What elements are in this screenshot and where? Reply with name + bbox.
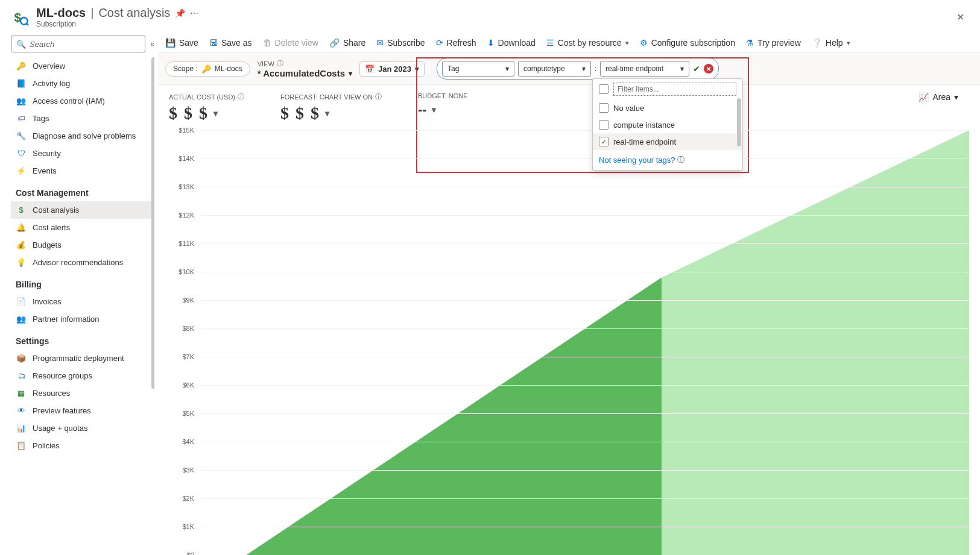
people-icon: 👥: [16, 315, 27, 324]
subscribe-button[interactable]: ✉Subscribe: [376, 38, 425, 48]
sidebar-item-cost-alerts[interactable]: 🔔Cost alerts: [11, 219, 152, 236]
chevron-down-icon: ▾: [582, 64, 586, 73]
save-button[interactable]: 💾Save: [165, 38, 198, 48]
info-icon: ⓘ: [238, 92, 244, 101]
gridline: [200, 527, 969, 527]
tag-key-dropdown[interactable]: computetype▾: [518, 61, 591, 77]
chevron-down-icon: ▾: [432, 105, 436, 114]
sidebar-item-activity-log[interactable]: 📘Activity log: [11, 75, 152, 92]
gridline: [200, 385, 969, 386]
sidebar-item-partner-information[interactable]: 👥Partner information: [11, 310, 152, 328]
cost-analysis-logo-icon: $: [11, 8, 30, 27]
remove-filter-icon[interactable]: ✕: [704, 64, 713, 74]
configure-subscription-button[interactable]: ⚙Configure subscription: [640, 38, 735, 48]
section-settings: Settings: [11, 328, 152, 350]
gridline: [200, 442, 969, 442]
sidebar-item-label: Resource groups: [33, 371, 92, 380]
sidebar-item-programmatic-deployment[interactable]: 📦Programmatic deployment: [11, 350, 152, 367]
chevron-down-icon: ▾: [847, 39, 850, 47]
date-range-picker[interactable]: 📅 Jan 2023 ▾: [359, 61, 425, 77]
policy-icon: 📋: [16, 441, 27, 450]
tag-filter-input[interactable]: [613, 83, 736, 96]
sidebar-item-events[interactable]: ⚡Events: [11, 162, 152, 180]
cost-chart: $0$1K$2K$3K$4K$5K$6K$7K$8K$9K$10K$11K$12…: [169, 130, 969, 555]
gridline: [200, 272, 969, 272]
tag-option-no-value[interactable]: No value: [593, 99, 742, 116]
area-chart-icon: 📈: [918, 92, 929, 102]
gridline: [200, 215, 969, 216]
chart-type-toggle[interactable]: 📈 Area ▾: [918, 92, 969, 102]
checkbox[interactable]: ✓: [599, 137, 609, 146]
help-button[interactable]: ❔Help▾: [812, 38, 850, 48]
tag-value-dropdown-panel: No valuecompute instance✓real-time endpo…: [592, 78, 743, 171]
bolt-icon: ⚡: [16, 166, 27, 175]
preview-icon: 👁: [16, 406, 27, 415]
cost-by-resource-button[interactable]: ☰Cost by resource▾: [546, 38, 629, 48]
sidebar-item-budgets[interactable]: 💰Budgets: [11, 236, 152, 254]
tag-option-compute-instance[interactable]: compute instance: [593, 116, 742, 133]
chevron-down-icon: ▾: [505, 64, 509, 73]
sidebar-item-advisor-recommendations[interactable]: 💡Advisor recommendations: [11, 254, 152, 271]
pin-icon[interactable]: 📌: [175, 8, 185, 18]
header-subtitle: Subscription: [36, 20, 946, 28]
view-selector[interactable]: VIEWⓘ * AccumulatedCosts▾: [258, 59, 352, 78]
kpi-budget[interactable]: BUDGET: NONE --▾: [418, 92, 468, 118]
advisor-icon: 💡: [16, 258, 27, 267]
sidebar-scrollbar[interactable]: [151, 57, 154, 389]
sidebar-item-usage-quotas[interactable]: 📊Usage + quotas: [11, 419, 152, 437]
refresh-button[interactable]: ⟳Refresh: [436, 38, 476, 48]
save-icon: 💾: [165, 38, 175, 48]
chevron-down-icon: ▾: [680, 64, 684, 73]
sidebar-item-cost-analysis[interactable]: $Cost analysis: [11, 201, 152, 219]
sidebar-item-preview-features[interactable]: 👁Preview features: [11, 402, 152, 419]
dropdown-scrollbar[interactable]: [737, 98, 741, 146]
flask-icon: ⚗: [746, 38, 754, 48]
tag-option-real-time-endpoint[interactable]: ✓real-time endpoint: [593, 133, 742, 150]
sidebar-search-input[interactable]: [30, 40, 140, 49]
download-button[interactable]: ⬇Download: [487, 38, 536, 48]
chevron-down-icon: ▾: [954, 92, 958, 102]
main-content: 💾Save 🖫Save as 🗑Delete view 🔗Share ✉Subs…: [158, 33, 980, 555]
sidebar-item-label: Resources: [33, 389, 70, 398]
sidebar-item-invoices[interactable]: 📄Invoices: [11, 293, 152, 310]
y-axis-tick: $5K: [169, 410, 194, 417]
confirm-filter-icon[interactable]: ✔: [693, 64, 700, 74]
sidebar-item-access-control-iam-[interactable]: 👥Access control (IAM): [11, 92, 152, 110]
header-page: Cost analysis: [98, 6, 170, 20]
checkbox[interactable]: [599, 103, 609, 113]
sidebar-item-resource-groups[interactable]: 🗂Resource groups: [11, 367, 152, 384]
option-label: real-time endpoint: [613, 137, 676, 146]
sidebar-item-label: Advisor recommendations: [33, 258, 123, 267]
kpi-row: ACTUAL COST (USD)ⓘ $ $ $▾ FORECAST: CHAR…: [158, 85, 980, 130]
sidebar-item-diagnose-and-solve-problems[interactable]: 🔧Diagnose and solve problems: [11, 127, 152, 145]
gear-icon: ⚙: [640, 38, 648, 48]
more-icon[interactable]: ⋯: [190, 8, 198, 18]
actual-area: [247, 277, 662, 555]
select-all-checkbox[interactable]: [599, 84, 609, 94]
list-icon: ☰: [546, 38, 554, 48]
sidebar-item-security[interactable]: 🛡Security: [11, 145, 152, 162]
share-button[interactable]: 🔗Share: [329, 38, 365, 48]
sidebar-search[interactable]: 🔍: [11, 36, 145, 52]
tag-value-dropdown[interactable]: real-time endpoint▾: [600, 61, 689, 77]
scope-pill[interactable]: Scope : 🔑 ML-docs: [165, 61, 250, 77]
chevron-down-icon: ▾: [325, 108, 329, 118]
not-seeing-tags-link[interactable]: Not seeing your tags? ⓘ: [593, 150, 742, 170]
save-as-button[interactable]: 🖫Save as: [209, 38, 252, 48]
kpi-forecast[interactable]: FORECAST: CHART VIEW ONⓘ $ $ $▾: [280, 92, 382, 123]
sidebar-item-resources[interactable]: ▦Resources: [11, 384, 152, 402]
y-axis-tick: $14K: [169, 155, 194, 162]
try-preview-button[interactable]: ⚗Try preview: [746, 38, 801, 48]
tag-dropdown[interactable]: Tag▾: [442, 61, 514, 77]
kpi-actual-cost[interactable]: ACTUAL COST (USD)ⓘ $ $ $▾: [169, 92, 244, 123]
sidebar-item-label: Budgets: [33, 240, 62, 249]
sidebar-item-overview[interactable]: 🔑Overview: [11, 57, 152, 75]
collapse-sidebar-button[interactable]: «: [150, 40, 154, 48]
sidebar-item-policies[interactable]: 📋Policies: [11, 437, 152, 454]
close-button[interactable]: ✕: [952, 9, 969, 25]
sidebar-item-tags[interactable]: 🏷Tags: [11, 110, 152, 127]
y-axis-tick: $13K: [169, 183, 194, 190]
sidebar-item-label: Cost analysis: [33, 205, 79, 215]
checkbox[interactable]: [599, 120, 609, 130]
y-axis-tick: $2K: [169, 495, 194, 502]
